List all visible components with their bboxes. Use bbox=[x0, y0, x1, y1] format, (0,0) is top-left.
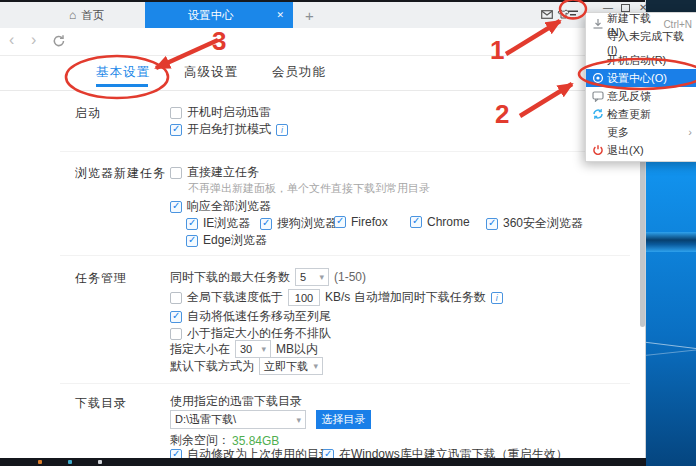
taskbar-icon bbox=[98, 460, 102, 464]
checkbox-row-autostart[interactable]: 开机时启动迅雷 bbox=[170, 104, 271, 121]
max-tasks-row: 同时下载的最大任务数 5 ▾ (1-50) bbox=[170, 268, 366, 286]
chevron-down-icon: ▾ bbox=[261, 344, 266, 354]
default-mode-select[interactable]: 立即下载 ▾ bbox=[259, 357, 323, 375]
checkbox-row-move-slow[interactable]: 自动将低速任务移动至列尾 bbox=[170, 308, 331, 325]
checkbox-checked[interactable] bbox=[260, 218, 272, 230]
checkbox-unchecked[interactable] bbox=[170, 167, 182, 179]
info-icon[interactable] bbox=[276, 124, 288, 136]
menu-item-boot-startup[interactable]: 开机启动(R) bbox=[586, 51, 696, 69]
screen: ⌂ 首页 设置中心 ✕ + — ✕ ‹ › bbox=[0, 0, 696, 466]
max-tasks-select[interactable]: 5 ▾ bbox=[295, 268, 329, 286]
tab-settings-label: 设置中心 bbox=[145, 8, 276, 23]
checkbox-row-firefox[interactable]: Firefox bbox=[334, 215, 388, 229]
section-taskmgmt-label: 任务管理 bbox=[75, 270, 127, 287]
checkbox-row-ie[interactable]: IE浏览器 bbox=[186, 215, 250, 232]
section-divider bbox=[60, 255, 630, 256]
section-divider bbox=[60, 151, 630, 152]
active-tab-underline bbox=[96, 84, 148, 87]
new-tab-button[interactable]: + bbox=[299, 2, 320, 28]
tab-advanced-settings[interactable]: 高级设置 bbox=[184, 64, 238, 81]
feedback-icon bbox=[592, 90, 607, 102]
power-icon bbox=[592, 144, 607, 156]
chevron-down-icon: ▾ bbox=[319, 272, 324, 282]
menu-item-import-unfinished[interactable]: 导入未完成下载(I) bbox=[586, 33, 696, 51]
app-dropdown-menu: 新建下载(N) Ctrl+N 导入未完成下载(I) 开机启动(R) 设置中心(O… bbox=[585, 12, 696, 162]
tab-member-features[interactable]: 会员功能 bbox=[272, 64, 326, 81]
tab-settings-center[interactable]: 设置中心 ✕ bbox=[145, 2, 293, 28]
checkbox-row-all-browsers[interactable]: 响应全部浏览器 bbox=[170, 198, 271, 215]
section-divider bbox=[60, 383, 630, 384]
checkbox-unchecked[interactable] bbox=[170, 107, 182, 119]
checkbox-row-chrome[interactable]: Chrome bbox=[410, 215, 470, 229]
new-download-icon bbox=[592, 18, 607, 30]
checkbox-row-edge[interactable]: Edge浏览器 bbox=[186, 232, 267, 249]
menu-item-exit[interactable]: 退出(X) bbox=[586, 141, 696, 159]
nav-toolbar: ‹ › bbox=[0, 28, 645, 56]
tab-home-label: 首页 bbox=[81, 8, 104, 23]
checkbox-checked[interactable] bbox=[186, 235, 198, 247]
checkbox-row-360[interactable]: 360安全浏览器 bbox=[486, 215, 583, 232]
dir-picker-row: D:\迅雷下载\ ▾ 选择目录 bbox=[170, 410, 371, 429]
checkbox-unchecked[interactable] bbox=[170, 328, 182, 340]
tab-basic-settings[interactable]: 基本设置 bbox=[96, 64, 150, 81]
update-icon bbox=[592, 108, 607, 120]
speed-threshold-input[interactable] bbox=[288, 289, 320, 306]
size-limit-select[interactable]: 30 ▾ bbox=[235, 340, 271, 358]
chevron-down-icon: ▾ bbox=[296, 415, 301, 425]
gear-icon bbox=[592, 72, 607, 84]
taskbar-icon bbox=[68, 460, 72, 464]
size-limit-row: 指定大小在 30 ▾ MB以内 bbox=[170, 340, 318, 358]
checkbox-checked[interactable] bbox=[170, 311, 182, 323]
menu-item-more[interactable]: 更多 › bbox=[586, 123, 696, 141]
tab-close-icon[interactable]: ✕ bbox=[276, 10, 284, 20]
direct-task-note: 不再弹出新建面板，单个文件直接下载到常用目录 bbox=[188, 181, 430, 196]
checkbox-checked[interactable] bbox=[334, 216, 346, 228]
main-menu-icon[interactable] bbox=[567, 6, 579, 24]
download-dir-combo[interactable]: D:\迅雷下载\ ▾ bbox=[170, 410, 306, 429]
section-startup-label: 启动 bbox=[75, 105, 101, 122]
menu-item-settings-center[interactable]: 设置中心(O) bbox=[586, 69, 696, 87]
chevron-down-icon: ▾ bbox=[313, 361, 318, 371]
section-downloaddir-label: 下载目录 bbox=[75, 395, 127, 412]
refresh-button[interactable] bbox=[52, 34, 66, 52]
choose-dir-button[interactable]: 选择目录 bbox=[316, 410, 371, 429]
checkbox-unchecked[interactable] bbox=[170, 292, 182, 304]
checkbox-checked[interactable] bbox=[170, 124, 182, 136]
wallpaper-dark-band bbox=[645, 232, 696, 252]
tab-bar: ⌂ 首页 设置中心 ✕ + — ✕ bbox=[0, 2, 645, 28]
use-dir-row: 使用指定的迅雷下载目录 bbox=[170, 393, 302, 410]
scrollbar-thumb[interactable] bbox=[640, 157, 645, 327]
checkbox-checked[interactable] bbox=[186, 218, 198, 230]
info-icon[interactable] bbox=[491, 292, 503, 304]
checkbox-checked[interactable] bbox=[486, 218, 498, 230]
message-icon[interactable] bbox=[541, 5, 553, 23]
menu-item-feedback[interactable]: 意见反馈 bbox=[586, 87, 696, 105]
windows-taskbar[interactable] bbox=[0, 458, 646, 466]
thunder-app-window: ⌂ 首页 设置中心 ✕ + — ✕ ‹ › bbox=[0, 0, 646, 458]
default-mode-row: 默认下载方式为 立即下载 ▾ bbox=[170, 357, 323, 375]
wallpaper-light-ray bbox=[637, 341, 696, 351]
back-button[interactable]: ‹ bbox=[9, 31, 14, 49]
submenu-chevron-icon: › bbox=[688, 126, 692, 138]
checkbox-row-direct-task[interactable]: 直接建立任务 bbox=[170, 164, 259, 181]
checkbox-checked[interactable] bbox=[170, 201, 182, 213]
checkbox-row-sogou[interactable]: 搜狗浏览器 bbox=[260, 215, 337, 232]
tab-home[interactable]: ⌂ 首页 bbox=[55, 2, 118, 28]
divider bbox=[0, 90, 646, 91]
checkbox-row-dnd[interactable]: 开启免打扰模式 bbox=[170, 121, 288, 138]
taskbar-icon bbox=[38, 460, 42, 464]
speed-threshold-row[interactable]: 全局下载速度低于 KB/s 自动增加同时下载任务数 bbox=[170, 289, 503, 306]
home-icon: ⌂ bbox=[69, 8, 76, 22]
checkbox-checked[interactable] bbox=[410, 216, 422, 228]
menu-item-check-update[interactable]: 检查更新 bbox=[586, 105, 696, 123]
forward-button[interactable]: › bbox=[31, 31, 36, 49]
section-browser-label: 浏览器新建任务 bbox=[75, 165, 166, 182]
